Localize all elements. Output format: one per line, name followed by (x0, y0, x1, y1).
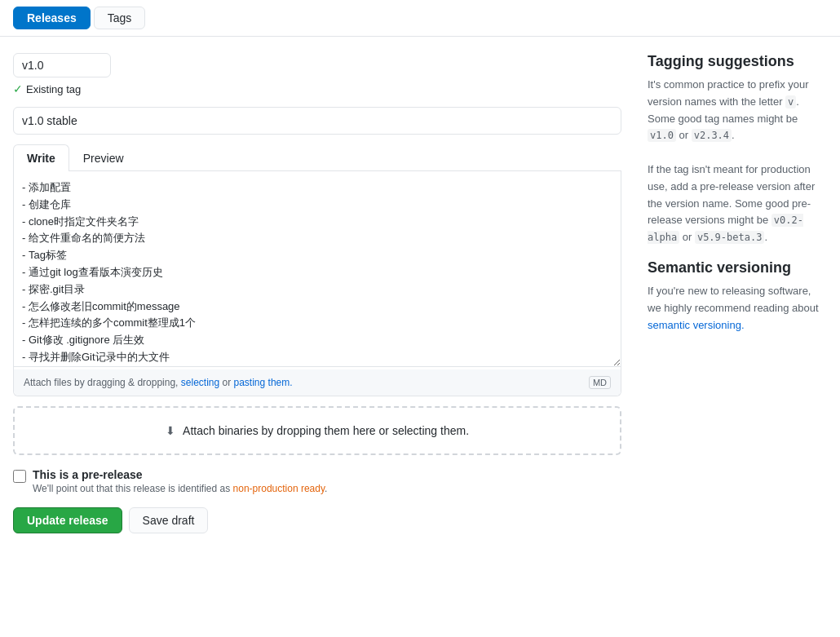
left-column: ✓ Existing tag Write Preview - 添加配置 - 创建… (13, 53, 621, 533)
update-release-button[interactable]: Update release (13, 507, 122, 533)
pre-release-section: This is a pre-release We'll point out th… (13, 468, 621, 494)
action-buttons: Update release Save draft (13, 507, 621, 533)
editor-tabs: Write Preview (13, 144, 621, 171)
attach-binaries-area[interactable]: ⬇ Attach binaries by dropping them here … (13, 406, 621, 455)
right-sidebar: Tagging suggestions It's common practice… (648, 53, 827, 533)
v234-code: v2.3.4 (692, 129, 732, 142)
attach-binaries-label: Attach binaries by dropping them here or… (183, 424, 469, 437)
editor-textarea[interactable]: - 添加配置 - 创建仓库 - clone时指定文件夹名字 - 给文件重命名的简… (14, 171, 621, 367)
v10-code: v1.0 (648, 129, 676, 142)
releases-button[interactable]: Releases (13, 7, 91, 29)
save-draft-button[interactable]: Save draft (129, 507, 209, 533)
non-production-link[interactable]: non-production ready (233, 483, 325, 494)
tag-input[interactable] (13, 53, 111, 77)
tab-preview[interactable]: Preview (69, 144, 138, 171)
editor-footer: Attach files by dragging & dropping, sel… (14, 369, 621, 396)
pre-release-content: This is a pre-release We'll point out th… (33, 468, 327, 494)
tagging-body: It's common practice to prefix your vers… (648, 77, 827, 246)
tab-write[interactable]: Write (13, 144, 69, 171)
v-code: v (785, 95, 796, 108)
markdown-icon: MD (589, 376, 611, 389)
selecting-link[interactable]: selecting (181, 377, 219, 388)
semantic-versioning-link[interactable]: semantic versioning. (648, 319, 745, 331)
pasting-link[interactable]: pasting them. (234, 377, 293, 388)
release-title-input[interactable] (13, 107, 621, 135)
pre-release-checkbox[interactable] (13, 470, 26, 483)
semantic-title: Semantic versioning (648, 259, 827, 276)
tags-button[interactable]: Tags (94, 7, 146, 29)
pre-release-desc: We'll point out that this release is ide… (33, 483, 327, 494)
existing-tag-label: Existing tag (26, 83, 81, 95)
main-layout: ✓ Existing tag Write Preview - 添加配置 - 创建… (0, 37, 840, 550)
editor-area: - 添加配置 - 创建仓库 - clone时指定文件夹名字 - 给文件重命名的简… (13, 171, 621, 396)
top-bar: Releases Tags (0, 0, 840, 37)
existing-tag-row: ✓ Existing tag (13, 82, 621, 95)
beta-code: v5.9-beta.3 (695, 231, 764, 244)
semantic-body: If you're new to releasing software, we … (648, 283, 827, 334)
check-icon: ✓ (13, 82, 23, 95)
download-icon: ⬇ (166, 424, 175, 437)
pre-release-label: This is a pre-release (33, 468, 327, 481)
tagging-title: Tagging suggestions (648, 53, 827, 70)
attach-text: Attach files by dragging & dropping, sel… (24, 377, 293, 388)
